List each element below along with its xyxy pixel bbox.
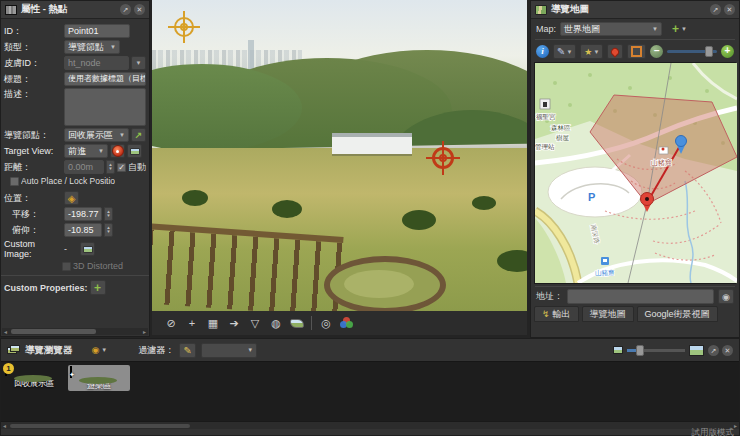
filter-label: 過濾器： (138, 344, 174, 357)
address-input[interactable] (567, 289, 714, 304)
slider-knob[interactable] (636, 345, 644, 356)
properties-icon (5, 5, 17, 15)
node-thumbnail-playground[interactable]: ✦ 遊樂區 (68, 365, 130, 391)
tree (472, 196, 496, 210)
auto-place-label: Auto Place / Lock Positio (21, 176, 115, 186)
pin-edit-tool-button[interactable]: ✎▼ (553, 44, 576, 59)
node-type-button[interactable]: ◉ ▼ (92, 345, 108, 355)
north-indicator-icon[interactable]: ⊘ (164, 317, 178, 330)
drop-pin-button[interactable] (607, 44, 623, 59)
tilt-input[interactable]: -10.85 (64, 223, 102, 237)
forest-label: 森林區 (551, 124, 571, 131)
scrollbar-thumb[interactable] (11, 329, 96, 334)
thumbnail-size-slider[interactable] (627, 345, 685, 356)
scroll-left-icon[interactable]: ◂ (1, 422, 8, 429)
down-arrow-icon: ▼ (105, 230, 112, 235)
skin-id-dropdown-button[interactable]: ▼ (131, 56, 146, 70)
target-view-select[interactable]: 前進▼ (64, 144, 108, 158)
distorted-checkbox[interactable] (62, 262, 71, 271)
custom-image-browse-button[interactable] (80, 242, 95, 256)
id-input[interactable]: Point01 (64, 24, 130, 38)
panorama-mode-icon[interactable] (290, 319, 304, 328)
tab-output[interactable]: ↯ 輸出 (534, 306, 579, 322)
type-label: 類型： (4, 41, 62, 54)
crop-corners-icon (631, 46, 642, 57)
auto-distance-checkbox[interactable]: ✓ (117, 163, 126, 172)
tab-tour-map[interactable]: 導覽地圖 (582, 306, 634, 322)
compass-marker-icon[interactable] (170, 13, 198, 41)
hotspot-indicator-icon: ✦ (69, 371, 77, 379)
jump-arrow-icon: ↗ (135, 130, 143, 140)
scroll-left-icon[interactable]: ◂ (2, 328, 9, 335)
fit-view-button[interactable] (627, 44, 646, 59)
slider-knob[interactable] (705, 46, 713, 57)
pin-icon (610, 46, 621, 57)
tilt-stepper[interactable]: ▲▼ (104, 223, 113, 237)
add-custom-property-button[interactable]: + (90, 280, 106, 295)
search-icon: ◉ (722, 292, 730, 302)
thumbnail-scrollbar[interactable]: ◂ ▸ (1, 421, 739, 429)
map-toolbar: i ✎▼ ★▼ − + (531, 42, 739, 62)
info-icon[interactable]: i (536, 45, 549, 58)
horizontal-scrollbar[interactable]: ◂ ▸ (2, 328, 148, 335)
zoom-in-button[interactable]: + (721, 45, 734, 58)
panorama-viewport[interactable] (152, 0, 527, 311)
filter-select[interactable]: ▼ (201, 343, 257, 358)
map-select[interactable]: 世界地圖▼ (560, 22, 662, 36)
node-marker-icon: ◉ (92, 345, 100, 355)
chevron-down-icon: ▼ (566, 49, 572, 55)
map-zoom-slider[interactable] (667, 45, 717, 58)
hand-tool-icon[interactable]: ◍ (269, 317, 283, 330)
map-view[interactable]: 福聖宮 森林區 樹屋 管理站 P 山豬窟 南深路 山豬窟 (534, 62, 736, 284)
close-icon[interactable]: ✕ (134, 4, 145, 15)
start-node-badge: 1 (3, 363, 14, 374)
down-arrow-icon: ▼ (107, 167, 114, 172)
poi-tool-button[interactable]: ★▼ (580, 44, 603, 59)
set-target-view-button[interactable] (110, 144, 125, 158)
skin-id-input[interactable]: ht_node (64, 56, 129, 70)
pan-stepper[interactable]: ▲▼ (104, 207, 113, 221)
position-pick-button[interactable]: ◈ (64, 191, 79, 205)
node-thumbnail-recycle[interactable]: 1 ✦ 回收展示區 (5, 365, 63, 389)
preview-image-button[interactable] (127, 144, 142, 158)
tab-google-streetview[interactable]: Google街景視圖 (637, 306, 718, 322)
detach-icon[interactable]: ↗ (710, 4, 721, 15)
goto-node-button[interactable]: ↗ (131, 128, 146, 142)
scroll-right-icon[interactable]: ▸ (141, 328, 148, 335)
detach-icon[interactable]: ↗ (120, 4, 131, 15)
close-icon[interactable]: ✕ (724, 4, 735, 15)
grid-icon[interactable]: ▦ (206, 317, 220, 330)
station-label: 管理站 (535, 143, 555, 151)
pin-tool-icon[interactable]: ➔ (227, 317, 241, 330)
color-correction-icon[interactable] (340, 317, 354, 329)
distance-stepper[interactable]: ▲▼ (106, 160, 115, 174)
map-icon (535, 5, 547, 15)
properties-header: 屬性 - 熱點 ↗ ✕ (1, 1, 149, 19)
custom-image-value: - (64, 244, 78, 254)
address-search-button[interactable]: ◉ (718, 289, 734, 304)
pan-input[interactable]: -198.77 (64, 207, 102, 221)
add-hotspot-icon[interactable]: + (185, 317, 199, 329)
node-select[interactable]: 回收展示區▼ (64, 128, 129, 142)
title-input[interactable]: 使用者數據標題（目標） (64, 72, 146, 86)
description-textarea[interactable] (64, 88, 146, 126)
tree (402, 210, 436, 230)
pencil-icon: ✎ (184, 345, 192, 356)
panel-tabs: ↯ 輸出 導覽地圖 Google街景視圖 (531, 304, 739, 324)
center-view-icon[interactable]: ◎ (319, 317, 333, 330)
blue-pin-marker[interactable] (676, 136, 687, 147)
detach-icon[interactable]: ↗ (708, 345, 719, 356)
filter-edit-button[interactable]: ✎ (179, 343, 196, 358)
scrollbar-thumb[interactable] (10, 424, 190, 428)
distance-input[interactable]: 0.00m (64, 160, 104, 174)
funnel-tool-icon[interactable]: ▽ (248, 317, 262, 330)
lightning-icon: ↯ (542, 309, 550, 319)
zoom-out-button[interactable]: − (650, 45, 663, 58)
add-map-button[interactable]: + ▼ (672, 24, 687, 34)
hotspot-marker-icon[interactable] (429, 144, 457, 172)
auto-place-checkbox[interactable] (10, 177, 19, 186)
type-select[interactable]: 導覽節點▼ (64, 40, 120, 54)
tour-browser-icon (7, 345, 20, 355)
close-icon[interactable]: ✕ (722, 345, 733, 356)
custom-image-label: Custom Image: (4, 239, 62, 259)
